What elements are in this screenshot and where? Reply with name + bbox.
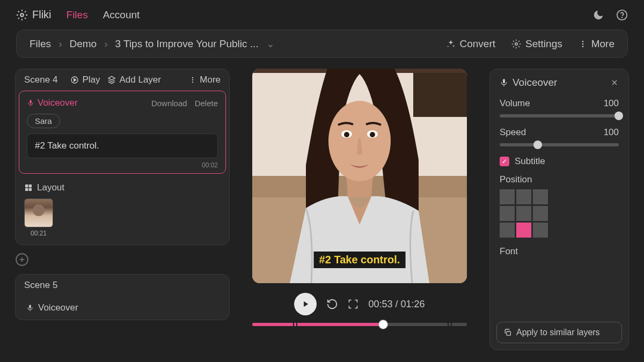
delete-button[interactable]: Delete (195, 99, 218, 108)
scene-more-button[interactable]: More (189, 75, 221, 85)
svg-point-9 (192, 79, 193, 80)
copy-icon (503, 328, 512, 337)
layout-thumbnail[interactable] (24, 198, 53, 227)
pos-top-right[interactable] (533, 189, 548, 204)
scene-4-title: Scene 4 (24, 75, 57, 85)
progress-knob[interactable] (378, 320, 388, 329)
scene-list: Scene 4 Play Add Layer More (15, 69, 230, 350)
progress-fill (252, 323, 383, 326)
scene-4-card: Scene 4 Play Add Layer More (15, 69, 230, 245)
play-button[interactable] (294, 293, 317, 315)
preview-frame (252, 69, 467, 283)
chevron-right-icon: › (58, 38, 62, 50)
speed-label: Speed (500, 127, 526, 138)
font-label: Font (500, 246, 619, 257)
plus-circle-icon (15, 253, 29, 267)
speed-value: 100 (604, 127, 619, 138)
layout-duration: 00:21 (24, 230, 53, 237)
voiceover-label: Voiceover (27, 98, 78, 108)
progress-bar[interactable] (252, 323, 467, 326)
breadcrumb-files[interactable]: Files (30, 38, 51, 50)
close-icon (610, 78, 619, 87)
nav-files[interactable]: Files (67, 9, 88, 21)
layout-icon (24, 183, 33, 192)
apply-similar-button[interactable]: Apply to similar layers (496, 322, 622, 343)
top-nav: Fliki Files Account (0, 0, 644, 29)
download-button[interactable]: Download (151, 99, 187, 108)
preview-area: #2 Take control. 00:53 / 01:26 (243, 69, 477, 350)
voice-chip[interactable]: Sara (27, 114, 60, 128)
gear-icon (16, 9, 28, 21)
breadcrumb-folder[interactable]: Demo (69, 38, 97, 50)
dots-vertical-icon (189, 76, 196, 84)
svg-rect-13 (25, 188, 28, 191)
voiceover-text[interactable]: #2 Take control. (27, 134, 218, 158)
play-icon (301, 299, 310, 309)
scene-play-button[interactable]: Play (70, 75, 100, 85)
slider-knob[interactable] (533, 141, 542, 149)
subtitle-label: Subtitle (515, 156, 545, 167)
svg-point-0 (20, 13, 24, 17)
subtitle-checkbox[interactable]: ✓ (500, 157, 509, 166)
scene-5-voiceover[interactable]: Voiceover (16, 296, 229, 320)
svg-point-6 (582, 46, 583, 47)
voiceover-layer[interactable]: Voiceover Download Delete Sara #2 Take c… (19, 91, 226, 174)
layout-section[interactable]: Layout (16, 177, 229, 198)
pos-mid-left[interactable] (500, 206, 515, 221)
toolbar: Files › Demo › 3 Tips to Improve Your Pu… (16, 29, 628, 58)
nav-account[interactable]: Account (103, 9, 140, 21)
svg-rect-26 (507, 331, 510, 335)
svg-point-23 (344, 132, 349, 137)
svg-point-5 (582, 43, 583, 45)
app-name: Fliki (32, 9, 52, 21)
fullscreen-button[interactable] (348, 299, 358, 309)
replay-icon (326, 298, 338, 310)
more-button[interactable]: More (579, 38, 614, 50)
svg-rect-11 (25, 184, 28, 187)
dark-mode-icon[interactable] (592, 9, 604, 21)
layers-icon (107, 76, 116, 84)
settings-button[interactable]: Settings (511, 38, 562, 50)
chevron-down-icon[interactable]: ⌄ (266, 38, 275, 50)
close-button[interactable] (610, 78, 619, 87)
add-layer-button[interactable]: Add Layer (107, 75, 161, 85)
pos-top-center[interactable] (516, 189, 531, 204)
play-circle-icon (70, 76, 79, 84)
dots-vertical-icon (579, 40, 587, 48)
svg-point-2 (622, 17, 623, 18)
pos-top-left[interactable] (500, 189, 515, 204)
add-scene-button[interactable] (15, 253, 230, 267)
position-label: Position (500, 174, 619, 185)
inspector-title: Voiceover (513, 77, 557, 88)
scene-5-card: Scene 5 Voiceover (15, 274, 230, 320)
pos-bot-left[interactable] (500, 223, 515, 238)
chevron-right-icon: › (104, 38, 107, 50)
speed-slider[interactable] (500, 143, 619, 146)
breadcrumb-file[interactable]: 3 Tips to Improve Your Public ... (115, 38, 258, 50)
slider-knob[interactable] (614, 112, 623, 120)
subtitle-overlay: #2 Take control. (314, 252, 406, 268)
pos-bot-center[interactable] (516, 223, 531, 238)
svg-rect-17 (413, 69, 467, 117)
more-label: More (591, 38, 614, 50)
convert-button[interactable]: Convert (446, 38, 496, 50)
replay-button[interactable] (326, 298, 338, 310)
position-grid (500, 189, 619, 238)
fullscreen-icon (348, 299, 358, 309)
help-icon[interactable] (616, 9, 628, 21)
pos-mid-right[interactable] (533, 206, 548, 221)
svg-point-10 (192, 82, 193, 83)
app-logo[interactable]: Fliki (16, 9, 52, 21)
video-preview[interactable]: #2 Take control. (252, 69, 467, 283)
microphone-icon (26, 304, 34, 312)
player-controls: 00:53 / 01:26 (294, 293, 425, 315)
pos-bot-right[interactable] (533, 223, 548, 238)
settings-label: Settings (525, 38, 562, 50)
sparkle-icon (446, 39, 456, 49)
svg-rect-12 (29, 184, 32, 187)
svg-rect-14 (29, 188, 32, 191)
microphone-icon (500, 78, 508, 87)
volume-slider[interactable] (500, 114, 619, 117)
svg-point-4 (582, 41, 583, 42)
pos-mid-center[interactable] (516, 206, 531, 221)
